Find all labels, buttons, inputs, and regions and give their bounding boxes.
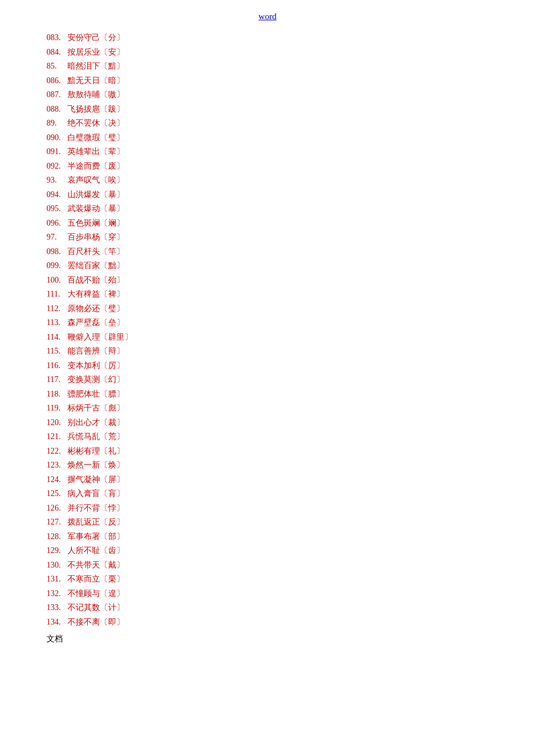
item-number: 134. [47,615,67,630]
item-text: 暗然泪下〔黯〕 [67,62,124,70]
list-item: 131.不寒而立〔栗〕 [47,572,512,587]
item-number: 113. [47,316,67,330]
list-item: 121.兵慌马乱〔荒〕 [47,430,512,444]
item-text: 安份守己〔分〕 [67,33,124,42]
item-number: 126. [47,501,67,516]
item-text: 大有稗益〔裨〕 [67,290,124,298]
item-number: 123. [47,458,67,473]
item-number: 086. [47,74,67,88]
item-text: 骠肥体壮〔膘〕 [67,390,124,398]
item-text: 彬彬有理〔礼〕 [67,447,124,455]
item-text: 军事布署〔部〕 [67,532,124,541]
item-number: 132. [47,587,67,601]
item-number: 087. [47,88,67,102]
footer-label: 文档 [47,634,512,644]
list-item: 114.鞭僻入理〔辟里〕 [47,330,512,345]
item-number: 129. [47,544,67,558]
list-item: 091.英雄辈出〔辈〕 [47,145,512,159]
list-item: 128.军事布署〔部〕 [47,530,512,544]
list-item: 088.飞扬拔扈〔跋〕 [47,102,512,117]
item-number: 094. [47,188,67,202]
list-item: 116.变本加利〔厉〕 [47,359,512,373]
list-item: 134.不接不离〔即〕 [47,615,512,630]
item-text: 敖敖待哺〔嗷〕 [67,90,124,99]
page-header: word [23,12,512,22]
item-text: 人所不耻〔齿〕 [67,546,124,555]
item-number: 111. [47,287,67,302]
list-item: 133.不记其数〔计〕 [47,601,512,615]
item-text: 罢绌百家〔黜〕 [67,261,124,270]
item-text: 山洪爆发〔暴〕 [67,190,124,199]
item-text: 白璧微瑕〔璧〕 [67,133,124,142]
item-number: 096. [47,216,67,231]
item-number: 124. [47,473,67,487]
item-number: 131. [47,572,67,587]
item-text: 按居乐业〔安〕 [67,48,124,56]
list-item: 087.敖敖待哺〔嗷〕 [47,88,512,102]
item-text: 病入膏盲〔肓〕 [67,489,124,498]
item-number: 092. [47,159,67,174]
list-item: 119.标炳千古〔彪〕 [47,401,512,416]
list-item: 89.绝不罢休〔决〕 [47,116,512,131]
item-number: 095. [47,202,67,216]
item-text: 哀声叹气〔唉〕 [67,176,124,184]
item-number: 091. [47,145,67,159]
list-item: 123.焕然一新〔焕〕 [47,458,512,473]
item-number: 89. [47,116,67,131]
item-number: 099. [47,259,67,273]
item-text: 不接不离〔即〕 [67,618,124,626]
item-text: 标炳千古〔彪〕 [67,404,124,412]
list-item: 85.暗然泪下〔黯〕 [47,59,512,74]
item-number: 120. [47,416,67,430]
item-number: 85. [47,59,67,74]
item-text: 焕然一新〔焕〕 [67,461,124,469]
item-number: 115. [47,344,67,359]
item-number: 116. [47,359,67,373]
item-text: 不记其数〔计〕 [67,603,124,612]
item-number: 112. [47,302,67,316]
item-number: 117. [47,373,67,387]
item-number: 127. [47,515,67,530]
item-text: 鞭僻入理〔辟里〕 [67,333,133,341]
list-item: 130.不共带天〔戴〕 [47,558,512,573]
item-text: 能言善辨〔辩〕 [67,347,124,355]
item-number: 125. [47,487,67,501]
item-number: 118. [47,387,67,402]
list-item: 115.能言善辨〔辩〕 [47,344,512,359]
item-number: 098. [47,245,67,259]
item-text: 百步串杨〔穿〕 [67,233,124,241]
item-text: 并行不背〔悖〕 [67,504,124,512]
item-text: 武装爆动〔暴〕 [67,204,124,213]
item-text: 变换莫测〔幻〕 [67,375,124,384]
list-item: 090.白璧微瑕〔璧〕 [47,131,512,145]
word-link[interactable]: word [259,12,277,21]
list-item: 122.彬彬有理〔礼〕 [47,444,512,459]
item-number: 130. [47,558,67,573]
item-text: 绝不罢休〔决〕 [67,119,124,127]
list-item: 086.黯无天日〔暗〕 [47,74,512,88]
list-item: 93.哀声叹气〔唉〕 [47,173,512,188]
item-text: 拨乱返正〔反〕 [67,518,124,526]
item-number: 119. [47,401,67,416]
list-item: 125.病入膏盲〔肓〕 [47,487,512,501]
list-item: 113.森严壁磊〔垒〕 [47,316,512,330]
item-number: 93. [47,173,67,188]
list-item: 111.大有稗益〔裨〕 [47,287,512,302]
item-number: 090. [47,131,67,145]
item-text: 森严壁磊〔垒〕 [67,318,124,327]
item-text: 兵慌马乱〔荒〕 [67,432,124,441]
list-item: 094.山洪爆发〔暴〕 [47,188,512,202]
list-item: 132.不憧顾与〔遑〕 [47,587,512,601]
item-text: 不憧顾与〔遑〕 [67,589,124,598]
list-item: 117.变换莫测〔幻〕 [47,373,512,387]
item-text: 原物必还〔璧〕 [67,304,124,313]
item-text: 黯无天日〔暗〕 [67,76,124,85]
list-item: 97.百步串杨〔穿〕 [47,230,512,245]
list-item: 127.拨乱返正〔反〕 [47,515,512,530]
item-text: 百战不贻〔殆〕 [67,276,124,284]
item-number: 088. [47,102,67,117]
item-text: 半途而费〔废〕 [67,162,124,170]
item-text: 百尺杆头〔竿〕 [67,247,124,256]
item-number: 97. [47,230,67,245]
list-item: 100.百战不贻〔殆〕 [47,273,512,288]
